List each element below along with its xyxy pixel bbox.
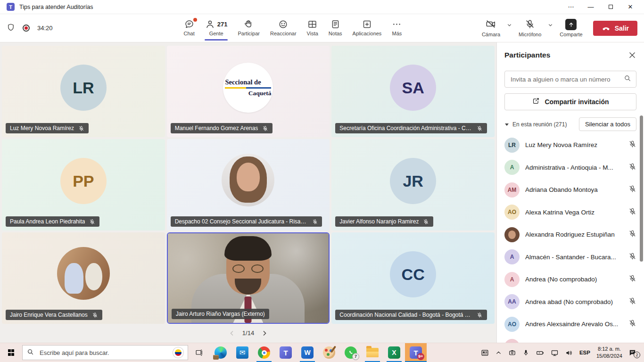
participant-avatar bbox=[504, 227, 520, 242]
participant-mic-muted-button[interactable] bbox=[628, 319, 636, 329]
participant-row[interactable]: AM Adriana Obando Montoya bbox=[504, 179, 636, 201]
app-badge: 7 bbox=[352, 353, 359, 360]
notification-center-button[interactable]: 2 bbox=[628, 349, 639, 357]
video-tile[interactable]: LR Luz Mery Novoa Ramírez bbox=[2, 46, 165, 137]
participant-avatar: A bbox=[504, 249, 520, 264]
camera-options-chevron-icon[interactable] bbox=[504, 23, 515, 28]
participant-mic-muted-button[interactable] bbox=[628, 297, 636, 307]
tab-label: Vista bbox=[307, 31, 318, 36]
taskbar-teams-icon[interactable]: T 9+ bbox=[405, 343, 427, 362]
tab-mas[interactable]: Más bbox=[387, 16, 406, 41]
mic-off-icon bbox=[628, 230, 636, 238]
battery-icon[interactable] bbox=[536, 349, 545, 357]
participant-mic-muted-button[interactable] bbox=[628, 252, 636, 262]
widgets-icon[interactable] bbox=[481, 349, 489, 357]
participant-name: Almacén - Santander - Bucara... bbox=[525, 254, 623, 261]
video-tile[interactable]: Despacho 02 Consejo Seccional Judicatura… bbox=[167, 139, 330, 230]
participant-mic-muted-button[interactable] bbox=[628, 230, 636, 239]
participant-row[interactable]: A Almacén - Santander - Bucara... bbox=[504, 246, 636, 269]
tab-participar[interactable]: Participar bbox=[233, 16, 264, 41]
mic-off-icon bbox=[628, 207, 636, 215]
panel-scrollbar[interactable] bbox=[640, 115, 643, 262]
maximize-icon[interactable] bbox=[601, 0, 620, 14]
tab-aplicaciones[interactable]: Aplicaciones bbox=[348, 16, 387, 41]
video-tile[interactable]: Jairo Enrique Vera Castellanos bbox=[2, 232, 165, 324]
taskbar-teams-icon[interactable]: T bbox=[275, 343, 297, 362]
taskbar-excel-icon[interactable]: X bbox=[383, 343, 405, 362]
close-icon[interactable]: ✕ bbox=[620, 0, 640, 14]
participant-name: Luz Mery Novoa Ramírez bbox=[525, 141, 623, 148]
microphone-options-chevron-icon[interactable] bbox=[545, 23, 556, 28]
tile-name-label: Jairo Enrique Vera Castellanos bbox=[6, 310, 102, 320]
clock[interactable]: 8:12 a. m. 15/08/2024 bbox=[596, 346, 622, 360]
taskbar-mail-icon[interactable]: ✉ bbox=[231, 343, 253, 362]
tab-label: Más bbox=[392, 31, 402, 36]
video-tile[interactable]: Seccional deCaquetá Manuel Fernando Gome… bbox=[167, 46, 330, 137]
share-invitation-button[interactable]: Compartir invitación bbox=[504, 93, 636, 110]
taskbar-chrome-icon[interactable] bbox=[253, 343, 275, 362]
participant-row[interactable]: AA Andrea abad (No comprobado) bbox=[504, 291, 636, 313]
tab-reaccionar[interactable]: Reaccionar bbox=[265, 16, 301, 41]
invite-search-input[interactable] bbox=[510, 75, 624, 83]
camera-off-icon bbox=[485, 19, 496, 30]
photo-avatar bbox=[222, 154, 274, 206]
language-indicator[interactable]: ESP bbox=[579, 350, 590, 355]
camera-tray-icon[interactable] bbox=[508, 349, 516, 357]
video-tile[interactable]: Jairo Arturo Riaño Vargas (Externo) bbox=[167, 232, 330, 324]
participant-mic-muted-button[interactable] bbox=[628, 207, 636, 217]
video-tile[interactable]: JR Javier Alfonso Naranjo Ramirez bbox=[331, 139, 495, 230]
video-tile[interactable]: CC Coordinación Nacional Calidad - Bogot… bbox=[331, 232, 495, 324]
taskbar-search-input[interactable] bbox=[39, 349, 168, 357]
taskbar-edge-icon[interactable] bbox=[210, 343, 231, 362]
leave-button[interactable]: Salir bbox=[593, 21, 637, 36]
participant-mic-muted-button[interactable] bbox=[628, 274, 636, 284]
window-more-icon[interactable]: ⋯ bbox=[561, 0, 581, 14]
video-tile[interactable]: SA Secretaría Oficina Coordinación Admin… bbox=[331, 46, 495, 137]
chevron-up-icon[interactable] bbox=[495, 349, 502, 356]
network-icon[interactable] bbox=[551, 349, 559, 357]
participant-mic-muted-button[interactable] bbox=[628, 185, 636, 195]
camera-button[interactable]: Cámara bbox=[480, 16, 502, 40]
tab-vista[interactable]: Vista bbox=[302, 16, 323, 41]
participant-avatar: AO bbox=[504, 317, 520, 332]
participant-row[interactable]: AO Alexa Katrina Vega Ortiz bbox=[504, 201, 636, 224]
participant-row[interactable] bbox=[504, 336, 636, 343]
participants-panel: Participantes Compartir invitación En es… bbox=[496, 42, 644, 343]
mic-off-icon bbox=[628, 297, 636, 305]
participant-row[interactable]: Alexandra Rodriguez Estupiñan bbox=[504, 223, 636, 246]
page-prev-icon[interactable] bbox=[229, 330, 235, 336]
start-button[interactable] bbox=[0, 343, 22, 362]
microphone-tray-icon[interactable] bbox=[522, 349, 529, 356]
in-meeting-section[interactable]: En esta reunión (271) bbox=[504, 121, 567, 128]
caret-down-icon bbox=[504, 122, 509, 127]
share-button[interactable]: Comparte bbox=[558, 16, 584, 40]
meeting-toolbar: 34:20 Chat 271 Gente Participar Reaccion… bbox=[0, 14, 644, 42]
participant-row[interactable]: A Andrea (No comprobado) bbox=[504, 268, 636, 291]
mute-all-button[interactable]: Silenciar a todos bbox=[579, 117, 636, 131]
panel-close-icon[interactable] bbox=[628, 51, 636, 59]
mic-off-icon bbox=[477, 312, 483, 318]
tab-gente[interactable]: 271 Gente bbox=[200, 16, 232, 41]
taskbar-whatsapp-icon[interactable]: 7 bbox=[340, 343, 362, 362]
participant-mic-muted-button[interactable] bbox=[628, 163, 636, 173]
participant-row[interactable]: AO Andres Alexsaindre Arevalo Os... bbox=[504, 313, 636, 336]
participant-row[interactable]: LR Luz Mery Novoa Ramírez bbox=[504, 134, 636, 156]
gallery-pagination: 1/14 bbox=[0, 329, 496, 337]
participant-row[interactable]: A Administrativa - Antioquia - M... bbox=[504, 156, 636, 179]
video-tile[interactable]: PP Paula Andrea Leon Piedrahita bbox=[2, 139, 165, 230]
tile-name-label: Secretaría Oficina Coordinación Administ… bbox=[335, 123, 487, 133]
tab-label: Notas bbox=[329, 31, 342, 36]
minimize-icon[interactable]: — bbox=[581, 0, 601, 14]
taskbar-word-icon[interactable]: W bbox=[297, 343, 318, 362]
tab-notas[interactable]: Notas bbox=[324, 16, 347, 41]
volume-icon[interactable] bbox=[565, 349, 573, 357]
tab-chat[interactable]: Chat bbox=[179, 16, 199, 41]
task-view-button[interactable] bbox=[188, 343, 210, 362]
taskbar-file-explorer-icon[interactable] bbox=[362, 343, 383, 362]
search-icon[interactable] bbox=[624, 74, 631, 84]
participant-mic-muted-button[interactable] bbox=[628, 140, 636, 150]
taskbar-paint-icon[interactable] bbox=[318, 343, 340, 362]
mic-off-icon bbox=[423, 219, 429, 225]
page-next-icon[interactable] bbox=[262, 330, 267, 336]
microphone-button[interactable]: Micrófono bbox=[517, 16, 543, 40]
